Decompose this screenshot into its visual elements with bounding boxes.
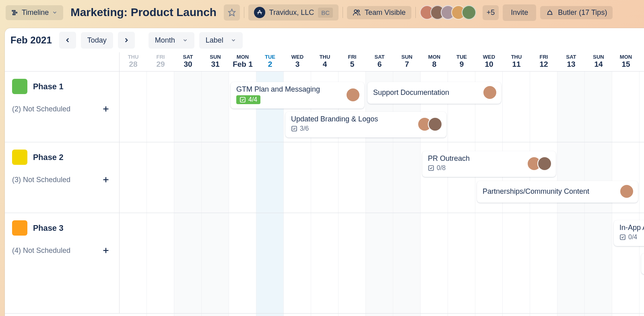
divider — [415, 7, 416, 18]
date-dom: 30 — [174, 60, 202, 69]
date-dow: THU — [311, 54, 339, 60]
more-members-count[interactable]: +5 — [483, 5, 499, 20]
date-dow: TUE — [448, 54, 475, 60]
date-dom: 28 — [120, 60, 147, 69]
timeline-card[interactable]: Partnerships/Community Content — [477, 181, 638, 203]
date-dow: FRI — [339, 54, 366, 60]
member-avatars[interactable] — [420, 5, 476, 20]
date-dow: SUN — [202, 54, 229, 60]
date-dom: 16 — [640, 60, 644, 69]
date-dow: FRI — [147, 54, 174, 60]
timeline-card[interactable]: In-App Announcement0/4 — [614, 220, 644, 246]
today-button[interactable]: Today — [81, 32, 113, 49]
chevron-left-icon — [64, 37, 71, 44]
next-button[interactable] — [118, 32, 135, 49]
board-title[interactable]: Marketing: Product Launch — [67, 6, 219, 19]
date-column: TUE9 — [448, 52, 475, 71]
visibility-label: Team Visible — [365, 8, 406, 17]
divider — [244, 7, 244, 18]
add-card-button[interactable] — [100, 103, 112, 115]
lane-color-swatch — [12, 150, 27, 165]
not-scheduled-label[interactable]: (2) Not Scheduled — [12, 105, 70, 113]
date-dom: 2 — [256, 60, 284, 69]
date-dom: 11 — [503, 60, 530, 69]
date-column: THU28 — [120, 52, 147, 71]
card-avatars — [527, 156, 552, 171]
date-dom: 13 — [557, 60, 585, 69]
lane: Phase 2(3) Not ScheduledPR Outreach0/8Pa… — [5, 142, 644, 213]
timeline-card[interactable]: Support Documentation — [367, 82, 501, 104]
date-dom: 9 — [448, 60, 475, 69]
view-switcher[interactable]: Timeline — [6, 5, 63, 20]
workspace-logo-icon — [254, 7, 265, 18]
date-dow: SAT — [174, 54, 202, 60]
group-select[interactable]: Label — [199, 32, 243, 49]
timeline-card[interactable]: GTM Plan and Messaging4/4 — [231, 82, 364, 109]
svg-rect-1 — [13, 12, 17, 13]
date-dom: 8 — [421, 60, 448, 69]
svg-rect-2 — [13, 14, 15, 15]
workspace-name: Travidux, LLC — [269, 8, 314, 17]
add-card-button[interactable] — [100, 174, 112, 186]
date-column: SUN7 — [393, 52, 421, 71]
card-avatars — [619, 184, 634, 199]
date-dom: 31 — [202, 60, 229, 69]
workspace-plan-badge: BC — [318, 8, 333, 18]
date-dom: 5 — [339, 60, 366, 69]
prev-button[interactable] — [59, 32, 76, 49]
not-scheduled-label[interactable]: (3) Not Scheduled — [12, 176, 70, 184]
lane-title: Phase 3 — [33, 224, 64, 233]
svg-marker-3 — [228, 9, 235, 16]
avatar[interactable] — [619, 184, 634, 199]
checklist-badge: 4/4 — [236, 95, 260, 104]
avatar[interactable] — [346, 88, 360, 102]
group-label: Label — [206, 36, 223, 45]
svg-point-6 — [357, 10, 359, 12]
date-dow: TUE — [640, 54, 644, 60]
butler-label: Butler (17 Tips) — [558, 8, 607, 17]
chevron-right-icon — [123, 37, 130, 44]
date-column: SUN14 — [585, 52, 612, 71]
avatar[interactable] — [537, 156, 552, 171]
date-column: SAT6 — [366, 52, 393, 71]
date-dow: FRI — [530, 54, 557, 60]
timeline-card[interactable]: Upload Tutorial Videos — [641, 253, 644, 274]
card-title: PR Outreach — [428, 154, 523, 163]
lane-color-swatch — [12, 79, 27, 94]
butler-button[interactable]: Butler (17 Tips) — [540, 6, 613, 19]
period-label: Feb 2021 — [10, 35, 54, 46]
divider — [343, 7, 343, 18]
date-dom: 14 — [585, 60, 612, 69]
date-dow: SAT — [557, 54, 585, 60]
date-column: TUE16 — [640, 52, 644, 71]
visibility-button[interactable]: Team Visible — [347, 6, 411, 19]
date-dow: SUN — [585, 54, 612, 60]
star-button[interactable] — [224, 4, 240, 21]
view-switcher-label: Timeline — [22, 8, 49, 17]
lane-gutter: Phase 3(4) Not Scheduled — [5, 213, 120, 313]
avatar[interactable] — [462, 5, 476, 20]
avatar[interactable] — [483, 85, 497, 100]
card-title: Partnerships/Community Content — [483, 187, 615, 196]
scale-select[interactable]: Month — [149, 32, 194, 49]
add-card-button[interactable] — [100, 244, 112, 256]
workspace-button[interactable]: Travidux, LLC BC — [248, 4, 339, 21]
avatar[interactable] — [428, 117, 442, 131]
invite-label: Invite — [511, 8, 528, 17]
card-title: Support Documentation — [373, 88, 479, 97]
date-column: MONFeb 1 — [229, 52, 256, 71]
card-avatars — [346, 88, 360, 102]
timeline-card[interactable]: PR Outreach0/8 — [422, 151, 556, 177]
invite-button[interactable]: Invite — [503, 4, 536, 21]
date-column: FRI29 — [147, 52, 174, 71]
scale-label: Month — [155, 36, 175, 45]
checklist-badge: 0/4 — [619, 234, 637, 241]
svg-rect-0 — [12, 10, 15, 11]
date-dom: 29 — [147, 60, 174, 69]
lane-gutter: Phase 1(2) Not Scheduled — [5, 72, 120, 142]
svg-point-5 — [354, 10, 357, 12]
date-dow: MON — [229, 54, 256, 60]
date-column: THU11 — [503, 52, 530, 71]
timeline-card[interactable]: Updated Branding & Logos3/6 — [285, 112, 446, 137]
not-scheduled-label[interactable]: (4) Not Scheduled — [12, 246, 70, 255]
